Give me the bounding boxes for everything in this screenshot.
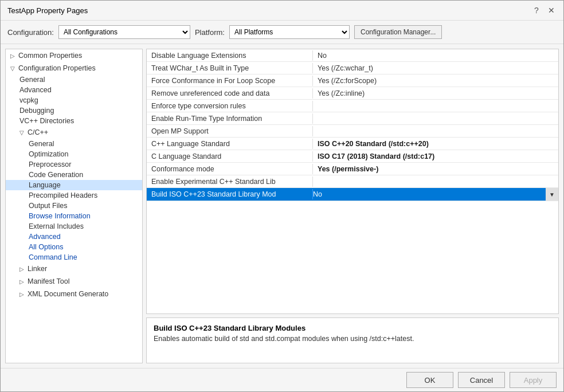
expand-icon-linker: ▷ xyxy=(19,266,26,272)
sidebar-item-debugging[interactable]: Debugging xyxy=(6,105,142,116)
config-label: Configuration: xyxy=(7,28,54,37)
cancel-button[interactable]: Cancel xyxy=(458,372,505,388)
description-text: Enables automatic build of std and std.c… xyxy=(154,335,551,343)
configuration-select[interactable]: All Configurations xyxy=(58,25,190,39)
table-row[interactable]: Open MP Support xyxy=(147,125,558,138)
table-row[interactable]: Enforce type conversion rules xyxy=(147,100,558,112)
dialog-window: TestApp Property Pages ? ✕ Configuration… xyxy=(0,0,564,392)
sidebar-tree: ▷ Common Properties ▽ Configuration Prop… xyxy=(5,49,143,363)
expand-icon-xml: ▷ xyxy=(19,291,26,297)
configuration-manager-button[interactable]: Configuration Manager... xyxy=(354,25,442,39)
sidebar-item-general[interactable]: General xyxy=(6,75,142,85)
sidebar-item-external-includes[interactable]: External Includes xyxy=(6,221,142,232)
expand-icon-config: ▽ xyxy=(10,65,17,72)
apply-button[interactable]: Apply xyxy=(510,372,557,388)
sidebar-item-output-files[interactable]: Output Files xyxy=(6,201,142,211)
sidebar-item-preprocessor[interactable]: Preprocessor xyxy=(6,159,142,170)
property-dropdown-button[interactable]: ▼ xyxy=(546,188,558,201)
sidebar-item-language[interactable]: Language xyxy=(6,180,142,190)
main-content: ▷ Common Properties ▽ Configuration Prop… xyxy=(1,44,563,368)
sidebar-item-vcpkg[interactable]: vcpkg xyxy=(6,95,142,105)
table-row[interactable]: Treat WChar_t As Built in Type Yes (/Zc:… xyxy=(147,62,558,75)
sidebar-item-configuration-properties[interactable]: ▽ Configuration Properties xyxy=(6,62,142,75)
sidebar-item-cpp-general[interactable]: General xyxy=(6,139,142,149)
table-row[interactable]: C++ Language Standard ISO C++20 Standard… xyxy=(147,138,558,150)
sidebar-label-common-properties: Common Properties xyxy=(18,52,82,60)
sidebar-item-command-line[interactable]: Command Line xyxy=(6,252,142,262)
table-row[interactable]: Enable Run-Time Type Information xyxy=(147,112,558,125)
sidebar-item-advanced[interactable]: Advanced xyxy=(6,85,142,95)
close-button[interactable]: ✕ xyxy=(546,5,557,15)
description-title: Build ISO C++23 Standard Library Modules xyxy=(154,324,551,332)
sidebar-item-linker[interactable]: ▷ Linker xyxy=(6,262,142,275)
table-row[interactable]: Conformance mode Yes (/permissive-) xyxy=(147,163,558,175)
sidebar-item-code-generation[interactable]: Code Generation xyxy=(6,170,142,180)
sidebar-item-cpp[interactable]: ▽ C/C++ xyxy=(6,126,142,139)
expand-icon: ▷ xyxy=(10,53,17,59)
sidebar-item-precompiled-headers[interactable]: Precompiled Headers xyxy=(6,190,142,201)
sidebar-item-vcpp-directories[interactable]: VC++ Directories xyxy=(6,116,142,126)
properties-table: Disable Language Extensions No Treat WCh… xyxy=(146,49,559,314)
table-row[interactable]: Remove unreferenced code and data Yes (/… xyxy=(147,87,558,100)
table-row[interactable]: Force Conformance in For Loop Scope Yes … xyxy=(147,75,558,87)
dialog-title: TestApp Property Pages xyxy=(7,6,88,15)
platform-label: Platform: xyxy=(195,28,225,37)
right-panel: Disable Language Extensions No Treat WCh… xyxy=(146,49,559,363)
sidebar-item-advanced-cpp[interactable]: Advanced xyxy=(6,232,142,242)
sidebar-item-manifest-tool[interactable]: ▷ Manifest Tool xyxy=(6,275,142,288)
expand-icon-cpp: ▽ xyxy=(19,130,26,136)
help-button[interactable]: ? xyxy=(531,5,542,15)
sidebar-label-configuration-properties: Configuration Properties xyxy=(18,64,96,72)
sidebar-item-optimization[interactable]: Optimization xyxy=(6,149,142,159)
description-panel: Build ISO C++23 Standard Library Modules… xyxy=(146,317,559,363)
sidebar-item-browse-information[interactable]: Browse Information xyxy=(6,211,142,221)
table-row[interactable]: Enable Experimental C++ Standard Lib xyxy=(147,175,558,188)
expand-icon-manifest: ▷ xyxy=(19,279,26,285)
table-row[interactable]: C Language Standard ISO C17 (2018) Stand… xyxy=(147,150,558,163)
title-bar: TestApp Property Pages ? ✕ xyxy=(1,1,563,21)
table-row-selected[interactable]: Build ISO C++23 Standard Library Mod No … xyxy=(147,188,558,201)
sidebar-item-xml-document[interactable]: ▷ XML Document Generato xyxy=(6,288,142,300)
sidebar-item-all-options[interactable]: All Options xyxy=(6,242,142,252)
config-bar: Configuration: All Configurations Platfo… xyxy=(1,21,563,44)
button-bar: OK Cancel Apply xyxy=(1,368,563,391)
title-bar-buttons: ? ✕ xyxy=(531,5,557,15)
table-row[interactable]: Disable Language Extensions No xyxy=(147,49,558,62)
sidebar-item-common-properties[interactable]: ▷ Common Properties xyxy=(6,49,142,62)
platform-select[interactable]: All Platforms xyxy=(229,25,350,39)
ok-button[interactable]: OK xyxy=(406,372,453,388)
